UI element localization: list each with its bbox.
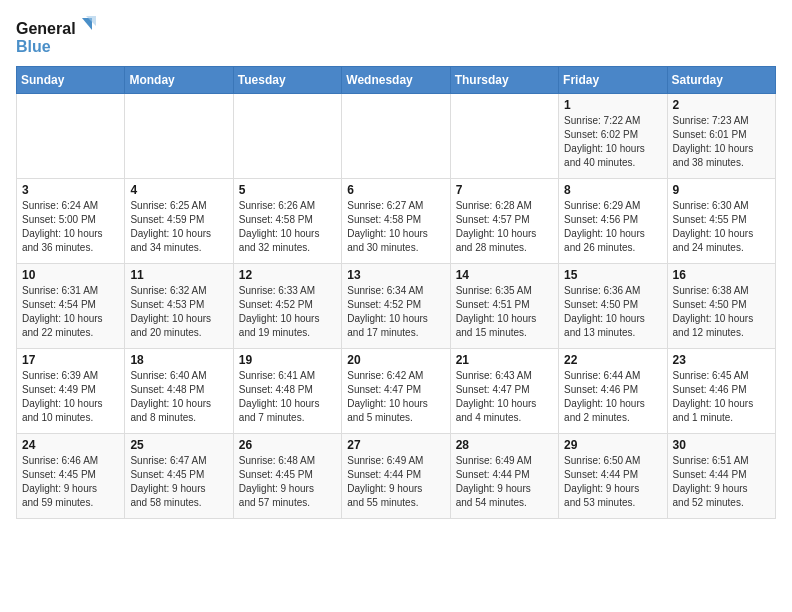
day-cell-18: 18Sunrise: 6:40 AMSunset: 4:48 PMDayligh…	[125, 349, 233, 434]
day-cell-25: 25Sunrise: 6:47 AMSunset: 4:45 PMDayligh…	[125, 434, 233, 519]
day-cell-15: 15Sunrise: 6:36 AMSunset: 4:50 PMDayligh…	[559, 264, 667, 349]
weekday-header-monday: Monday	[125, 67, 233, 94]
page-header: General Blue	[16, 16, 776, 58]
day-cell-20: 20Sunrise: 6:42 AMSunset: 4:47 PMDayligh…	[342, 349, 450, 434]
day-number: 2	[673, 98, 770, 112]
day-number: 10	[22, 268, 119, 282]
day-number: 25	[130, 438, 227, 452]
day-number: 14	[456, 268, 553, 282]
day-cell-28: 28Sunrise: 6:49 AMSunset: 4:44 PMDayligh…	[450, 434, 558, 519]
day-info: Sunrise: 6:34 AMSunset: 4:52 PMDaylight:…	[347, 284, 444, 340]
week-row-4: 17Sunrise: 6:39 AMSunset: 4:49 PMDayligh…	[17, 349, 776, 434]
day-number: 17	[22, 353, 119, 367]
day-number: 20	[347, 353, 444, 367]
day-info: Sunrise: 6:49 AMSunset: 4:44 PMDaylight:…	[456, 454, 553, 510]
empty-cell	[233, 94, 341, 179]
day-info: Sunrise: 6:36 AMSunset: 4:50 PMDaylight:…	[564, 284, 661, 340]
weekday-header-row: SundayMondayTuesdayWednesdayThursdayFrid…	[17, 67, 776, 94]
day-cell-11: 11Sunrise: 6:32 AMSunset: 4:53 PMDayligh…	[125, 264, 233, 349]
day-cell-30: 30Sunrise: 6:51 AMSunset: 4:44 PMDayligh…	[667, 434, 775, 519]
day-info: Sunrise: 6:26 AMSunset: 4:58 PMDaylight:…	[239, 199, 336, 255]
day-cell-13: 13Sunrise: 6:34 AMSunset: 4:52 PMDayligh…	[342, 264, 450, 349]
day-info: Sunrise: 6:47 AMSunset: 4:45 PMDaylight:…	[130, 454, 227, 510]
day-info: Sunrise: 6:24 AMSunset: 5:00 PMDaylight:…	[22, 199, 119, 255]
day-cell-3: 3Sunrise: 6:24 AMSunset: 5:00 PMDaylight…	[17, 179, 125, 264]
day-number: 12	[239, 268, 336, 282]
day-info: Sunrise: 6:50 AMSunset: 4:44 PMDaylight:…	[564, 454, 661, 510]
weekday-header-saturday: Saturday	[667, 67, 775, 94]
logo-svg: General Blue	[16, 16, 96, 58]
weekday-header-friday: Friday	[559, 67, 667, 94]
day-number: 26	[239, 438, 336, 452]
day-info: Sunrise: 6:49 AMSunset: 4:44 PMDaylight:…	[347, 454, 444, 510]
day-number: 27	[347, 438, 444, 452]
day-info: Sunrise: 6:35 AMSunset: 4:51 PMDaylight:…	[456, 284, 553, 340]
day-info: Sunrise: 6:32 AMSunset: 4:53 PMDaylight:…	[130, 284, 227, 340]
day-number: 1	[564, 98, 661, 112]
day-info: Sunrise: 6:42 AMSunset: 4:47 PMDaylight:…	[347, 369, 444, 425]
empty-cell	[450, 94, 558, 179]
day-number: 21	[456, 353, 553, 367]
empty-cell	[125, 94, 233, 179]
day-info: Sunrise: 6:30 AMSunset: 4:55 PMDaylight:…	[673, 199, 770, 255]
day-cell-2: 2Sunrise: 7:23 AMSunset: 6:01 PMDaylight…	[667, 94, 775, 179]
week-row-5: 24Sunrise: 6:46 AMSunset: 4:45 PMDayligh…	[17, 434, 776, 519]
day-number: 5	[239, 183, 336, 197]
weekday-header-tuesday: Tuesday	[233, 67, 341, 94]
day-cell-24: 24Sunrise: 6:46 AMSunset: 4:45 PMDayligh…	[17, 434, 125, 519]
day-number: 4	[130, 183, 227, 197]
day-cell-8: 8Sunrise: 6:29 AMSunset: 4:56 PMDaylight…	[559, 179, 667, 264]
week-row-1: 1Sunrise: 7:22 AMSunset: 6:02 PMDaylight…	[17, 94, 776, 179]
day-number: 9	[673, 183, 770, 197]
day-cell-10: 10Sunrise: 6:31 AMSunset: 4:54 PMDayligh…	[17, 264, 125, 349]
day-number: 11	[130, 268, 227, 282]
day-number: 30	[673, 438, 770, 452]
day-cell-4: 4Sunrise: 6:25 AMSunset: 4:59 PMDaylight…	[125, 179, 233, 264]
day-number: 23	[673, 353, 770, 367]
day-number: 13	[347, 268, 444, 282]
day-info: Sunrise: 6:39 AMSunset: 4:49 PMDaylight:…	[22, 369, 119, 425]
day-number: 6	[347, 183, 444, 197]
svg-text:General: General	[16, 20, 76, 37]
day-info: Sunrise: 7:23 AMSunset: 6:01 PMDaylight:…	[673, 114, 770, 170]
day-number: 15	[564, 268, 661, 282]
empty-cell	[342, 94, 450, 179]
day-cell-5: 5Sunrise: 6:26 AMSunset: 4:58 PMDaylight…	[233, 179, 341, 264]
day-cell-17: 17Sunrise: 6:39 AMSunset: 4:49 PMDayligh…	[17, 349, 125, 434]
day-cell-9: 9Sunrise: 6:30 AMSunset: 4:55 PMDaylight…	[667, 179, 775, 264]
day-number: 8	[564, 183, 661, 197]
day-info: Sunrise: 6:46 AMSunset: 4:45 PMDaylight:…	[22, 454, 119, 510]
day-number: 16	[673, 268, 770, 282]
day-info: Sunrise: 6:29 AMSunset: 4:56 PMDaylight:…	[564, 199, 661, 255]
day-info: Sunrise: 6:44 AMSunset: 4:46 PMDaylight:…	[564, 369, 661, 425]
calendar-table: SundayMondayTuesdayWednesdayThursdayFrid…	[16, 66, 776, 519]
day-cell-19: 19Sunrise: 6:41 AMSunset: 4:48 PMDayligh…	[233, 349, 341, 434]
day-cell-14: 14Sunrise: 6:35 AMSunset: 4:51 PMDayligh…	[450, 264, 558, 349]
day-cell-1: 1Sunrise: 7:22 AMSunset: 6:02 PMDaylight…	[559, 94, 667, 179]
logo: General Blue	[16, 16, 96, 58]
day-info: Sunrise: 6:38 AMSunset: 4:50 PMDaylight:…	[673, 284, 770, 340]
day-info: Sunrise: 6:31 AMSunset: 4:54 PMDaylight:…	[22, 284, 119, 340]
day-info: Sunrise: 6:41 AMSunset: 4:48 PMDaylight:…	[239, 369, 336, 425]
day-number: 22	[564, 353, 661, 367]
svg-text:Blue: Blue	[16, 38, 51, 55]
empty-cell	[17, 94, 125, 179]
day-cell-21: 21Sunrise: 6:43 AMSunset: 4:47 PMDayligh…	[450, 349, 558, 434]
day-info: Sunrise: 6:48 AMSunset: 4:45 PMDaylight:…	[239, 454, 336, 510]
day-number: 19	[239, 353, 336, 367]
day-number: 3	[22, 183, 119, 197]
day-cell-6: 6Sunrise: 6:27 AMSunset: 4:58 PMDaylight…	[342, 179, 450, 264]
day-info: Sunrise: 6:25 AMSunset: 4:59 PMDaylight:…	[130, 199, 227, 255]
day-info: Sunrise: 7:22 AMSunset: 6:02 PMDaylight:…	[564, 114, 661, 170]
day-cell-29: 29Sunrise: 6:50 AMSunset: 4:44 PMDayligh…	[559, 434, 667, 519]
day-info: Sunrise: 6:43 AMSunset: 4:47 PMDaylight:…	[456, 369, 553, 425]
day-cell-27: 27Sunrise: 6:49 AMSunset: 4:44 PMDayligh…	[342, 434, 450, 519]
day-info: Sunrise: 6:33 AMSunset: 4:52 PMDaylight:…	[239, 284, 336, 340]
day-cell-22: 22Sunrise: 6:44 AMSunset: 4:46 PMDayligh…	[559, 349, 667, 434]
day-number: 7	[456, 183, 553, 197]
day-info: Sunrise: 6:40 AMSunset: 4:48 PMDaylight:…	[130, 369, 227, 425]
day-info: Sunrise: 6:28 AMSunset: 4:57 PMDaylight:…	[456, 199, 553, 255]
day-info: Sunrise: 6:27 AMSunset: 4:58 PMDaylight:…	[347, 199, 444, 255]
day-cell-12: 12Sunrise: 6:33 AMSunset: 4:52 PMDayligh…	[233, 264, 341, 349]
day-number: 18	[130, 353, 227, 367]
